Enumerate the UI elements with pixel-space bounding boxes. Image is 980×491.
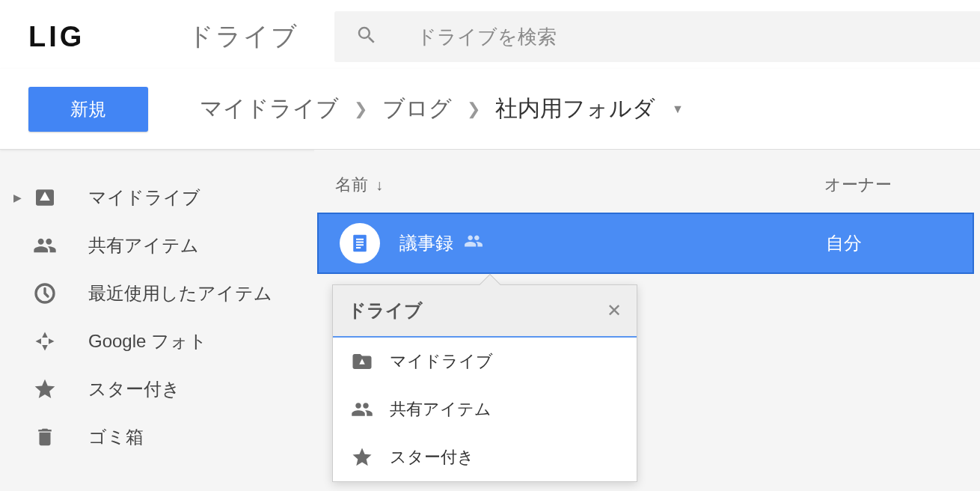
sidebar-item-label: スター付き bbox=[88, 377, 180, 401]
column-owner[interactable]: オーナー bbox=[824, 174, 980, 196]
logo-wrap: LIG bbox=[0, 21, 183, 53]
chevron-right-icon: ❯ bbox=[354, 100, 367, 119]
popover-item-label: スター付き bbox=[390, 446, 474, 469]
sidebar-item-starred[interactable]: スター付き bbox=[0, 365, 314, 413]
popover-item-starred[interactable]: スター付き bbox=[333, 433, 637, 481]
popover-title: ドライブ bbox=[348, 299, 423, 323]
sidebar-item-label: Google フォト bbox=[88, 329, 207, 353]
search-bar[interactable] bbox=[334, 11, 980, 62]
sidebar-item-recent[interactable]: 最近使用したアイテム bbox=[0, 269, 314, 317]
star-icon bbox=[28, 377, 61, 401]
clock-icon bbox=[28, 281, 61, 305]
chevron-right-icon: ❯ bbox=[467, 100, 480, 119]
svg-rect-4 bbox=[356, 242, 364, 243]
column-header-row: 名前 ↓ オーナー bbox=[314, 150, 980, 213]
sort-arrow-icon: ↓ bbox=[376, 177, 383, 194]
file-list: 名前 ↓ オーナー 議事録 自分 ドライブ ✕ bbox=[314, 150, 980, 491]
column-name-label: 名前 bbox=[335, 174, 368, 196]
sidebar-item-photos[interactable]: Google フォト bbox=[0, 317, 314, 365]
sidebar-item-label: 共有アイテム bbox=[88, 234, 199, 257]
sidebar: ▶ マイドライブ 共有アイテム 最近使用したアイテム Google bbox=[0, 150, 314, 491]
svg-rect-3 bbox=[356, 239, 364, 240]
breadcrumb: マイドライブ ❯ ブログ ❯ 社内用フォルダ ▼ bbox=[183, 94, 684, 124]
popover-item-label: マイドライブ bbox=[390, 350, 493, 373]
popover-item-label: 共有アイテム bbox=[390, 398, 491, 421]
svg-rect-5 bbox=[356, 244, 364, 246]
top-bar: LIG ドライブ bbox=[0, 0, 980, 69]
photos-icon bbox=[28, 330, 61, 353]
sidebar-item-label: マイドライブ bbox=[88, 186, 200, 210]
svg-rect-2 bbox=[353, 235, 367, 252]
move-popover: ドライブ ✕ マイドライブ 共有アイテム スター付き bbox=[332, 284, 637, 482]
svg-rect-6 bbox=[356, 247, 361, 248]
sidebar-item-shared[interactable]: 共有アイテム bbox=[0, 222, 314, 269]
popover-header: ドライブ ✕ bbox=[333, 285, 637, 338]
crumb-blog[interactable]: ブログ bbox=[382, 94, 452, 124]
trash-icon bbox=[28, 426, 61, 448]
folder-drive-icon bbox=[351, 350, 373, 373]
logo: LIG bbox=[28, 21, 85, 53]
file-row-selected[interactable]: 議事録 自分 bbox=[317, 213, 974, 274]
sidebar-item-label: ゴミ箱 bbox=[88, 425, 144, 449]
people-icon bbox=[28, 234, 61, 257]
dropdown-caret-icon[interactable]: ▼ bbox=[672, 103, 684, 116]
crumb-mydrive[interactable]: マイドライブ bbox=[200, 94, 339, 124]
star-icon bbox=[351, 446, 373, 469]
shared-icon bbox=[464, 231, 483, 255]
app-name[interactable]: ドライブ bbox=[183, 19, 334, 54]
toolbar: 新規 マイドライブ ❯ ブログ ❯ 社内用フォルダ ▼ bbox=[0, 69, 980, 150]
popover-item-mydrive[interactable]: マイドライブ bbox=[333, 338, 637, 385]
new-button[interactable]: 新規 bbox=[28, 87, 148, 132]
doc-icon bbox=[340, 223, 380, 263]
search-input[interactable] bbox=[417, 25, 959, 49]
column-name[interactable]: 名前 ↓ bbox=[335, 174, 383, 196]
sidebar-item-mydrive[interactable]: ▶ マイドライブ bbox=[0, 174, 314, 222]
file-owner: 自分 bbox=[826, 231, 973, 255]
drive-icon bbox=[28, 186, 61, 210]
popover-item-shared[interactable]: 共有アイテム bbox=[333, 385, 637, 433]
sidebar-item-label: 最近使用したアイテム bbox=[88, 281, 272, 305]
people-icon bbox=[351, 398, 373, 421]
close-icon[interactable]: ✕ bbox=[607, 300, 622, 321]
search-icon bbox=[355, 24, 378, 49]
expand-icon[interactable]: ▶ bbox=[13, 192, 25, 204]
sidebar-item-trash[interactable]: ゴミ箱 bbox=[0, 413, 314, 461]
crumb-current[interactable]: 社内用フォルダ bbox=[495, 94, 655, 124]
file-name-label: 議事録 bbox=[399, 231, 453, 255]
